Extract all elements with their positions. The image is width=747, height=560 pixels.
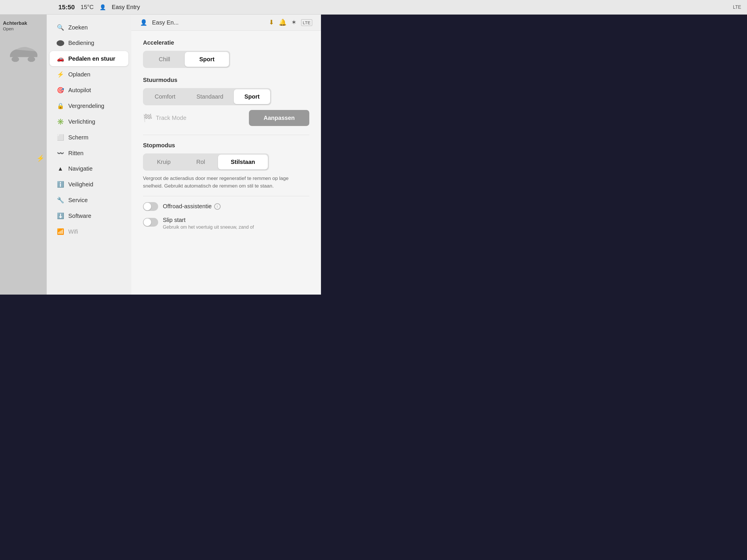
offroad-label: Offroad-assistentie i bbox=[163, 203, 221, 210]
divider-1 bbox=[143, 135, 309, 135]
sidebar-item-scherm[interactable]: ⬜ Scherm bbox=[50, 130, 128, 145]
sidebar-label-software: Software bbox=[68, 213, 91, 219]
navigatie-icon: ▲ bbox=[57, 165, 64, 172]
sidebar-item-ritten[interactable]: 〰️ Ritten bbox=[50, 145, 128, 161]
status-profile-icon: 👤 bbox=[100, 4, 106, 10]
track-mode-row: 🏁 Track Mode Aanpassen bbox=[143, 110, 309, 126]
sidebar-item-veiligheid[interactable]: ℹ️ Veiligheid bbox=[50, 177, 128, 192]
stopmodus-title: Stopmodus bbox=[143, 142, 309, 149]
stuurmodus-sport-btn[interactable]: Sport bbox=[234, 89, 270, 104]
wifi-icon: 📶 bbox=[57, 228, 64, 235]
veiligheid-icon: ℹ️ bbox=[57, 181, 64, 188]
slip-start-label-block: Slip start Gebruik om het voertuig uit s… bbox=[163, 217, 254, 230]
sidebar-item-software[interactable]: ⬇️ Software bbox=[50, 208, 128, 223]
acceleratie-title: Acceleratie bbox=[143, 39, 309, 46]
bell-icon[interactable]: 🔔 bbox=[279, 19, 287, 26]
sidebar-label-autopilot: Autopilot bbox=[68, 87, 91, 94]
offroad-info-icon[interactable]: i bbox=[214, 203, 221, 210]
stopmodus-section: Stopmodus Kruip Rol Stilstaan Vergroot d… bbox=[143, 142, 309, 190]
sidebar-item-bediening[interactable]: Bediening bbox=[50, 35, 128, 50]
bluetooth-icon[interactable]: ✶ bbox=[291, 19, 297, 26]
sidebar-label-vergrendeling: Vergrendeling bbox=[68, 103, 104, 109]
status-profile: Easy Entry bbox=[112, 4, 140, 10]
sidebar-label-bediening: Bediening bbox=[68, 40, 94, 46]
track-mode-label: 🏁 Track Mode bbox=[143, 113, 186, 123]
sidebar-label-zoeken: Zoeken bbox=[68, 24, 88, 31]
vergrendeling-icon: 🔒 bbox=[57, 102, 64, 109]
sidebar-item-wifi[interactable]: 📶 Wifi bbox=[50, 224, 128, 239]
pedalen-icon: 🚗 bbox=[57, 55, 64, 62]
download-icon[interactable]: ⬇ bbox=[269, 19, 274, 26]
sidebar-label-ritten: Ritten bbox=[68, 150, 83, 157]
acceleratie-section: Acceleratie Chill Sport bbox=[143, 39, 309, 68]
software-icon: ⬇️ bbox=[57, 212, 64, 219]
content-body: Acceleratie Chill Sport Stuurmodus Comfo… bbox=[131, 31, 321, 239]
bediening-icon bbox=[57, 40, 64, 46]
slip-start-label: Slip start bbox=[163, 217, 254, 223]
sidebar-label-scherm: Scherm bbox=[68, 134, 88, 141]
acceleratie-btn-group: Chill Sport bbox=[143, 51, 230, 68]
header-profile-icon: 👤 bbox=[140, 19, 147, 26]
track-mode-icon: 🏁 bbox=[143, 113, 152, 123]
scherm-icon: ⬜ bbox=[57, 134, 64, 141]
offroad-toggle[interactable] bbox=[143, 202, 158, 211]
content-area: 👤 Easy En... ⬇ 🔔 ✶ LTE Acceleratie Chill… bbox=[131, 15, 321, 295]
stuurmodus-btn-group: Comfort Standaard Sport bbox=[143, 88, 272, 105]
verlichting-icon: ✳️ bbox=[57, 118, 64, 125]
left-panel: Achterbak Open ⚡ bbox=[0, 15, 47, 295]
sidebar-item-zoeken[interactable]: 🔍 Zoeken bbox=[50, 20, 128, 35]
stopmodus-description: Vergroot de actieradius door meer regene… bbox=[143, 175, 295, 190]
svg-point-0 bbox=[12, 57, 19, 62]
sidebar-label-veiligheid: Veiligheid bbox=[68, 181, 93, 188]
status-time: 15:50 bbox=[58, 3, 75, 11]
car-label-achterbak: Achterbak Open bbox=[3, 20, 27, 31]
lightning-icon: ⚡ bbox=[36, 155, 44, 162]
opladen-icon: ⚡ bbox=[57, 71, 64, 78]
offroad-row: Offroad-assistentie i bbox=[143, 202, 309, 211]
header-profile-name: Easy En... bbox=[152, 19, 264, 26]
stopmodus-btn-group: Kruip Rol Stilstaan bbox=[143, 153, 269, 170]
stopmodus-stilstaan-btn[interactable]: Stilstaan bbox=[218, 155, 268, 169]
stuurmodus-comfort-btn[interactable]: Comfort bbox=[144, 89, 186, 104]
status-temp: 15°C bbox=[80, 4, 94, 10]
sidebar-label-navigatie: Navigatie bbox=[68, 165, 93, 172]
sidebar-item-pedalen[interactable]: 🚗 Pedalen en stuur bbox=[50, 51, 128, 66]
sidebar-label-wifi: Wifi bbox=[68, 229, 78, 235]
sidebar: 🔍 Zoeken Bediening 🚗 Pedalen en stuur ⚡ … bbox=[47, 15, 131, 295]
slip-start-description: Gebruik om het voertuig uit sneeuw, zand… bbox=[163, 224, 254, 230]
slip-start-toggle[interactable] bbox=[143, 218, 158, 226]
divider-2 bbox=[143, 196, 309, 196]
sidebar-item-service[interactable]: 🔧 Service bbox=[50, 192, 128, 208]
autopilot-icon: 🎯 bbox=[57, 87, 64, 94]
sidebar-label-service: Service bbox=[68, 197, 88, 204]
sidebar-label-verlichting: Verlichting bbox=[68, 118, 95, 125]
sidebar-item-vergrendeling[interactable]: 🔒 Vergrendeling bbox=[50, 98, 128, 113]
lte-indicator: LTE bbox=[301, 19, 312, 26]
svg-point-1 bbox=[28, 57, 35, 62]
stuurmodus-standaard-btn[interactable]: Standaard bbox=[186, 89, 234, 104]
ritten-icon: 〰️ bbox=[57, 150, 64, 157]
sidebar-item-navigatie[interactable]: ▲ Navigatie bbox=[50, 161, 128, 176]
acceleratie-chill-btn[interactable]: Chill bbox=[144, 52, 185, 67]
sidebar-label-opladen: Opladen bbox=[68, 71, 91, 78]
stuurmodus-section: Stuurmodus Comfort Standaard Sport bbox=[143, 77, 309, 105]
aanpassen-button[interactable]: Aanpassen bbox=[249, 110, 309, 126]
acceleratie-sport-btn[interactable]: Sport bbox=[185, 52, 229, 67]
slip-start-row: Slip start Gebruik om het voertuig uit s… bbox=[143, 217, 309, 230]
sidebar-item-verlichting[interactable]: ✳️ Verlichting bbox=[50, 114, 128, 129]
sidebar-item-opladen[interactable]: ⚡ Opladen bbox=[50, 67, 128, 82]
search-icon: 🔍 bbox=[57, 24, 64, 31]
stopmodus-rol-btn[interactable]: Rol bbox=[183, 155, 218, 169]
service-icon: 🔧 bbox=[57, 196, 64, 204]
content-header: 👤 Easy En... ⬇ 🔔 ✶ LTE bbox=[131, 15, 321, 31]
sidebar-item-autopilot[interactable]: 🎯 Autopilot bbox=[50, 83, 128, 98]
car-silhouette bbox=[7, 44, 40, 62]
stopmodus-kruip-btn[interactable]: Kruip bbox=[144, 155, 183, 169]
stuurmodus-title: Stuurmodus bbox=[143, 77, 309, 83]
track-mode-text: Track Mode bbox=[156, 115, 186, 121]
sidebar-label-pedalen: Pedalen en stuur bbox=[68, 55, 115, 62]
